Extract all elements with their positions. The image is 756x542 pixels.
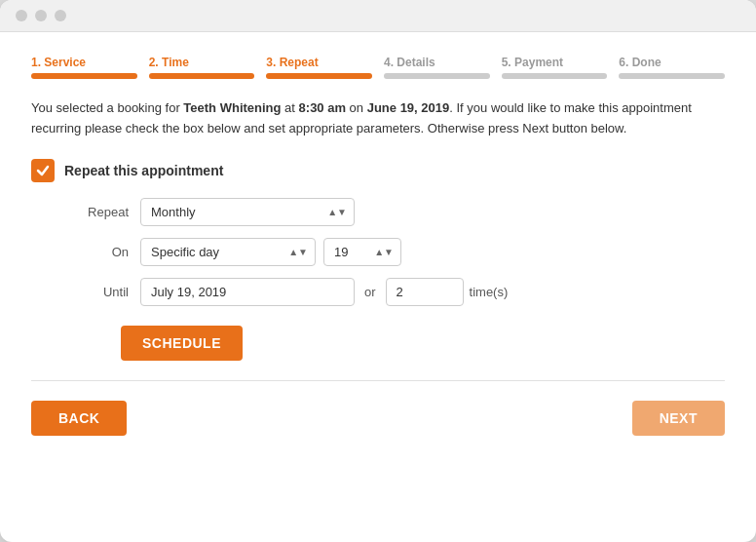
info-text: You selected a booking for Teeth Whiteni… bbox=[31, 98, 725, 139]
dot-green bbox=[55, 10, 66, 21]
step-bar-time bbox=[149, 73, 255, 79]
day-select-wrapper: 1234 5678 9101112 13141516 17181920 2122… bbox=[323, 238, 401, 266]
dot-yellow bbox=[35, 10, 47, 21]
step-repeat: 3. Repeat bbox=[266, 56, 372, 79]
step-done: 6. Done bbox=[619, 56, 725, 79]
step-bar-service bbox=[31, 73, 137, 79]
step-payment: 5. Payment bbox=[502, 56, 608, 79]
repeat-label: Repeat bbox=[51, 205, 129, 219]
step-bar-repeat bbox=[266, 73, 372, 79]
repeat-checkbox[interactable] bbox=[31, 159, 55, 182]
title-bar bbox=[0, 0, 756, 32]
day-select[interactable]: 1234 5678 9101112 13141516 17181920 2122… bbox=[323, 238, 401, 266]
back-button[interactable]: BACK bbox=[31, 401, 127, 436]
schedule-button[interactable]: SCHEDULE bbox=[121, 326, 243, 361]
repeat-header: Repeat this appointment bbox=[31, 159, 725, 182]
step-bar-done bbox=[619, 73, 725, 79]
on-row: On Specific day First weekday Last weekd… bbox=[51, 238, 725, 266]
repeat-title: Repeat this appointment bbox=[64, 163, 223, 178]
times-input[interactable] bbox=[386, 278, 464, 306]
on-label: On bbox=[51, 245, 129, 259]
repeat-section: Repeat this appointment Repeat Daily Wee… bbox=[31, 159, 725, 361]
steps-bar: 1. Service 2. Time 3. Repeat 4. Details … bbox=[31, 56, 725, 79]
step-service: 1. Service bbox=[31, 56, 137, 79]
main-content: 1. Service 2. Time 3. Repeat 4. Details … bbox=[0, 32, 756, 467]
repeat-select-wrapper: Daily Weekly Monthly Yearly ▲▼ bbox=[140, 198, 355, 226]
dot-red bbox=[16, 10, 27, 21]
app-window: 1. Service 2. Time 3. Repeat 4. Details … bbox=[0, 0, 756, 542]
bottom-nav: BACK NEXT bbox=[31, 401, 725, 444]
step-details: 4. Details bbox=[384, 56, 490, 79]
step-bar-payment bbox=[502, 73, 608, 79]
until-label: Until bbox=[51, 285, 129, 299]
divider bbox=[31, 380, 725, 381]
on-select[interactable]: Specific day First weekday Last weekday bbox=[140, 238, 316, 266]
until-row: Until or time(s) bbox=[51, 278, 725, 306]
repeat-row: Repeat Daily Weekly Monthly Yearly ▲▼ bbox=[51, 198, 725, 226]
repeat-select[interactable]: Daily Weekly Monthly Yearly bbox=[140, 198, 355, 226]
or-text: or bbox=[364, 285, 376, 299]
step-bar-details bbox=[384, 73, 490, 79]
step-time: 2. Time bbox=[149, 56, 255, 79]
on-select-wrapper: Specific day First weekday Last weekday … bbox=[140, 238, 316, 266]
next-button[interactable]: NEXT bbox=[632, 401, 725, 436]
times-label: time(s) bbox=[470, 285, 509, 299]
until-input[interactable] bbox=[140, 278, 355, 306]
